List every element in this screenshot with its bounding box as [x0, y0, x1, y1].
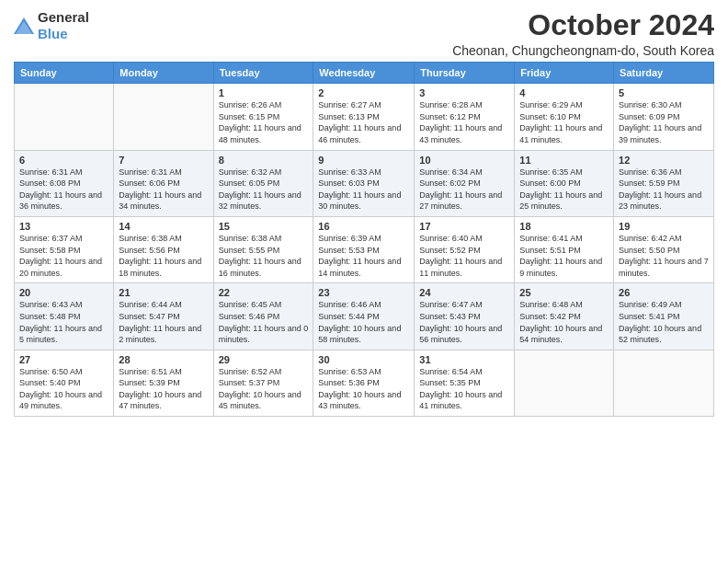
- day-number: 27: [19, 354, 108, 365]
- table-row: [614, 350, 714, 416]
- day-info: Sunrise: 6:51 AM Sunset: 5:39 PM Dayligh…: [119, 366, 208, 412]
- day-info: Sunrise: 6:30 AM Sunset: 6:09 PM Dayligh…: [619, 99, 709, 145]
- table-row: 5Sunrise: 6:30 AM Sunset: 6:09 PM Daylig…: [614, 84, 714, 150]
- table-row: 16Sunrise: 6:39 AM Sunset: 5:53 PM Dayli…: [313, 216, 415, 282]
- day-info: Sunrise: 6:48 AM Sunset: 5:42 PM Dayligh…: [519, 299, 609, 345]
- day-number: 4: [519, 87, 609, 98]
- day-info: Sunrise: 6:36 AM Sunset: 5:59 PM Dayligh…: [619, 167, 709, 213]
- table-row: 12Sunrise: 6:36 AM Sunset: 5:59 PM Dayli…: [614, 150, 714, 216]
- day-number: 3: [419, 87, 509, 98]
- logo-text-general: General: [38, 9, 89, 25]
- table-row: 23Sunrise: 6:46 AM Sunset: 5:44 PM Dayli…: [313, 283, 415, 350]
- calendar-week-row: 27Sunrise: 6:50 AM Sunset: 5:40 PM Dayli…: [15, 350, 714, 416]
- calendar-week-row: 1Sunrise: 6:26 AM Sunset: 6:15 PM Daylig…: [15, 84, 714, 150]
- day-info: Sunrise: 6:32 AM Sunset: 6:05 PM Dayligh…: [219, 167, 309, 213]
- day-number: 2: [318, 87, 409, 98]
- calendar-week-row: 13Sunrise: 6:37 AM Sunset: 5:58 PM Dayli…: [15, 216, 714, 282]
- calendar-week-row: 6Sunrise: 6:31 AM Sunset: 6:08 PM Daylig…: [15, 150, 714, 216]
- day-info: Sunrise: 6:49 AM Sunset: 5:41 PM Dayligh…: [619, 299, 709, 345]
- day-number: 10: [419, 155, 509, 166]
- table-row: 26Sunrise: 6:49 AM Sunset: 5:41 PM Dayli…: [614, 283, 714, 350]
- header: General Blue October 2024 Cheonan, Chung…: [14, 9, 714, 58]
- day-info: Sunrise: 6:47 AM Sunset: 5:43 PM Dayligh…: [419, 299, 509, 345]
- day-info: Sunrise: 6:43 AM Sunset: 5:48 PM Dayligh…: [19, 299, 108, 345]
- day-info: Sunrise: 6:40 AM Sunset: 5:52 PM Dayligh…: [419, 233, 509, 279]
- day-number: 11: [519, 155, 609, 166]
- day-info: Sunrise: 6:31 AM Sunset: 6:08 PM Dayligh…: [19, 167, 108, 213]
- table-row: 4Sunrise: 6:29 AM Sunset: 6:10 PM Daylig…: [515, 84, 614, 150]
- day-number: 19: [619, 221, 709, 232]
- table-row: [515, 350, 614, 416]
- day-number: 14: [119, 221, 208, 232]
- table-row: 9Sunrise: 6:33 AM Sunset: 6:03 PM Daylig…: [313, 150, 415, 216]
- header-sunday: Sunday: [15, 63, 114, 84]
- table-row: 14Sunrise: 6:38 AM Sunset: 5:56 PM Dayli…: [114, 216, 213, 282]
- day-number: 16: [318, 221, 409, 232]
- day-info: Sunrise: 6:28 AM Sunset: 6:12 PM Dayligh…: [419, 99, 509, 145]
- day-info: Sunrise: 6:26 AM Sunset: 6:15 PM Dayligh…: [219, 99, 309, 145]
- day-number: 22: [219, 287, 309, 298]
- day-number: 24: [419, 287, 509, 298]
- day-number: 18: [519, 221, 609, 232]
- day-info: Sunrise: 6:35 AM Sunset: 6:00 PM Dayligh…: [519, 167, 609, 213]
- day-info: Sunrise: 6:41 AM Sunset: 5:51 PM Dayligh…: [519, 233, 609, 279]
- day-info: Sunrise: 6:29 AM Sunset: 6:10 PM Dayligh…: [519, 99, 609, 145]
- day-number: 30: [318, 354, 409, 365]
- day-info: Sunrise: 6:37 AM Sunset: 5:58 PM Dayligh…: [19, 233, 108, 279]
- table-row: 19Sunrise: 6:42 AM Sunset: 5:50 PM Dayli…: [614, 216, 714, 282]
- calendar-table: Sunday Monday Tuesday Wednesday Thursday…: [14, 62, 714, 417]
- day-number: 20: [19, 287, 108, 298]
- table-row: 30Sunrise: 6:53 AM Sunset: 5:36 PM Dayli…: [313, 350, 415, 416]
- table-row: 8Sunrise: 6:32 AM Sunset: 6:05 PM Daylig…: [213, 150, 313, 216]
- day-info: Sunrise: 6:45 AM Sunset: 5:46 PM Dayligh…: [219, 299, 309, 345]
- day-info: Sunrise: 6:46 AM Sunset: 5:44 PM Dayligh…: [318, 299, 409, 345]
- day-info: Sunrise: 6:38 AM Sunset: 5:56 PM Dayligh…: [119, 233, 208, 279]
- table-row: 31Sunrise: 6:54 AM Sunset: 5:35 PM Dayli…: [415, 350, 515, 416]
- day-number: 13: [19, 221, 108, 232]
- calendar-week-row: 20Sunrise: 6:43 AM Sunset: 5:48 PM Dayli…: [15, 283, 714, 350]
- day-number: 26: [619, 287, 709, 298]
- day-info: Sunrise: 6:42 AM Sunset: 5:50 PM Dayligh…: [619, 233, 709, 279]
- day-info: Sunrise: 6:50 AM Sunset: 5:40 PM Dayligh…: [19, 366, 108, 412]
- day-number: 15: [219, 221, 309, 232]
- calendar-page: General Blue October 2024 Cheonan, Chung…: [0, 0, 728, 563]
- month-title: October 2024: [452, 9, 714, 41]
- day-number: 9: [318, 155, 409, 166]
- table-row: 28Sunrise: 6:51 AM Sunset: 5:39 PM Dayli…: [114, 350, 213, 416]
- header-saturday: Saturday: [614, 63, 714, 84]
- header-monday: Monday: [114, 63, 213, 84]
- day-number: 1: [219, 87, 309, 98]
- day-info: Sunrise: 6:54 AM Sunset: 5:35 PM Dayligh…: [419, 366, 509, 412]
- day-info: Sunrise: 6:31 AM Sunset: 6:06 PM Dayligh…: [119, 167, 208, 213]
- day-number: 21: [119, 287, 208, 298]
- logo-text-blue: Blue: [38, 26, 68, 41]
- table-row: 13Sunrise: 6:37 AM Sunset: 5:58 PM Dayli…: [15, 216, 114, 282]
- day-number: 17: [419, 221, 509, 232]
- table-row: 2Sunrise: 6:27 AM Sunset: 6:13 PM Daylig…: [313, 84, 415, 150]
- title-area: October 2024 Cheonan, Chungcheongnam-do,…: [452, 9, 714, 58]
- table-row: 7Sunrise: 6:31 AM Sunset: 6:06 PM Daylig…: [114, 150, 213, 216]
- day-number: 12: [619, 155, 709, 166]
- day-info: Sunrise: 6:44 AM Sunset: 5:47 PM Dayligh…: [119, 299, 208, 345]
- day-number: 7: [119, 155, 208, 166]
- table-row: 15Sunrise: 6:38 AM Sunset: 5:55 PM Dayli…: [213, 216, 313, 282]
- table-row: 18Sunrise: 6:41 AM Sunset: 5:51 PM Dayli…: [515, 216, 614, 282]
- table-row: 24Sunrise: 6:47 AM Sunset: 5:43 PM Dayli…: [415, 283, 515, 350]
- calendar-header-row: Sunday Monday Tuesday Wednesday Thursday…: [15, 63, 714, 84]
- table-row: 11Sunrise: 6:35 AM Sunset: 6:00 PM Dayli…: [515, 150, 614, 216]
- day-info: Sunrise: 6:38 AM Sunset: 5:55 PM Dayligh…: [219, 233, 309, 279]
- day-number: 5: [619, 87, 709, 98]
- table-row: [114, 84, 213, 150]
- table-row: 22Sunrise: 6:45 AM Sunset: 5:46 PM Dayli…: [213, 283, 313, 350]
- table-row: 27Sunrise: 6:50 AM Sunset: 5:40 PM Dayli…: [15, 350, 114, 416]
- day-number: 25: [519, 287, 609, 298]
- table-row: 3Sunrise: 6:28 AM Sunset: 6:12 PM Daylig…: [415, 84, 515, 150]
- table-row: 6Sunrise: 6:31 AM Sunset: 6:08 PM Daylig…: [15, 150, 114, 216]
- subtitle: Cheonan, Chungcheongnam-do, South Korea: [452, 43, 714, 58]
- day-number: 8: [219, 155, 309, 166]
- table-row: [15, 84, 114, 150]
- header-tuesday: Tuesday: [213, 63, 313, 84]
- table-row: 29Sunrise: 6:52 AM Sunset: 5:37 PM Dayli…: [213, 350, 313, 416]
- logo: General Blue: [14, 9, 89, 42]
- header-wednesday: Wednesday: [313, 63, 415, 84]
